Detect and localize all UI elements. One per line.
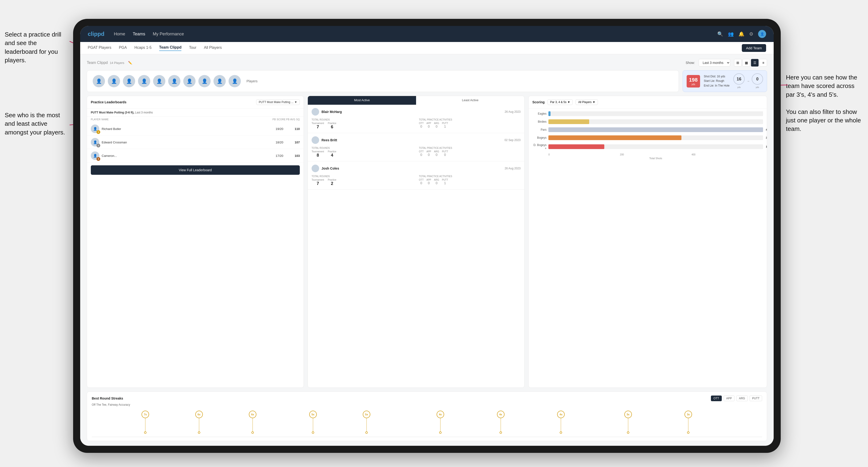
- tab-least-active[interactable]: Least Active: [416, 96, 524, 105]
- edit-icon[interactable]: ✏️: [128, 61, 132, 65]
- bell-icon[interactable]: 🔔: [739, 31, 744, 37]
- subnav-hcaps[interactable]: Hcaps 1-5: [134, 45, 152, 51]
- bar-label: Bogeys: [532, 136, 547, 139]
- player-avatar-7[interactable]: 👤: [183, 75, 195, 87]
- streak-filter-putt[interactable]: PUTT: [750, 396, 762, 401]
- bar-label: Birdies: [532, 120, 547, 123]
- player-avatar-3[interactable]: 👤: [123, 75, 135, 87]
- bar-fill: [549, 119, 589, 124]
- tournament-value: 7: [312, 125, 324, 129]
- subnav-all-players[interactable]: All Players: [204, 45, 222, 51]
- pa-date: 26 Aug 2023: [505, 110, 521, 114]
- activity-card: Most Active Least Active Blair McHarg 26…: [308, 96, 525, 388]
- arg-value: 0: [434, 181, 439, 185]
- search-icon[interactable]: 🔍: [717, 31, 723, 37]
- player-avatar-1[interactable]: 👤: [93, 75, 105, 87]
- nav-icons: 🔍 👥 🔔 ⚙ 👤: [717, 30, 766, 38]
- player-avatar-10[interactable]: 👤: [228, 75, 241, 87]
- par-filter-dropdown[interactable]: Par 3, 4 & 5s ▼: [548, 99, 573, 105]
- practice-label: Practice: [328, 179, 336, 181]
- practice-value: 4: [328, 153, 336, 158]
- arg-label: ARG: [434, 179, 439, 181]
- leaderboard-cols: PLAYER NAME PB SCORE PB AVG SQ: [87, 117, 304, 122]
- arg-value: 0: [434, 125, 439, 128]
- shot-info-card: 198 yds Shot Dist: 16 yds Start Lie: Rou…: [683, 70, 767, 92]
- player-avatar-6[interactable]: 👤: [168, 75, 181, 87]
- ott-label: OTT: [419, 122, 424, 125]
- bar-fill: [549, 127, 763, 132]
- lb-badge: 3: [96, 157, 100, 161]
- settings-icon[interactable]: ⚙: [749, 31, 753, 37]
- show-dropdown[interactable]: Last 3 months: [699, 59, 730, 66]
- user-avatar[interactable]: 👤: [758, 30, 766, 38]
- tab-most-active[interactable]: Most Active: [308, 96, 416, 105]
- player-avatar-5[interactable]: 👤: [153, 75, 165, 87]
- view-list[interactable]: ≡: [760, 59, 767, 66]
- bar-fill: [549, 135, 681, 140]
- three-col-section: Practice Leaderboards PUTT Must Make Put…: [87, 96, 767, 388]
- pa-tournament-stat: Tournament 8: [312, 150, 324, 158]
- putt-label: PUTT: [442, 150, 448, 153]
- nav-item-home[interactable]: Home: [114, 32, 125, 36]
- leaderboard-title: Practice Leaderboards: [91, 100, 126, 104]
- player-avatar-2[interactable]: 👤: [108, 75, 120, 87]
- putt-label: PUTT: [442, 122, 448, 125]
- arg-stat: ARG 0: [434, 179, 439, 185]
- streak-badge: 3x: [684, 411, 692, 418]
- player-activity-item: Josh Coles 26 Aug 2023 Total Rounds Tour…: [308, 161, 524, 190]
- ott-value: 0: [419, 125, 424, 128]
- view-full-leaderboard-button[interactable]: View Full Leaderboard: [91, 165, 300, 175]
- subnav-pga[interactable]: PGA: [119, 45, 127, 51]
- putt-value: 0: [442, 153, 448, 157]
- annotation-bottom-left: See who is the most and least active amo…: [5, 111, 71, 136]
- drill-dropdown[interactable]: PUTT Must Make Putting ... ▼: [256, 99, 300, 105]
- bar-track: 311: [549, 135, 763, 140]
- player-activity-item: Blair McHarg 26 Aug 2023 Total Rounds To…: [308, 105, 524, 133]
- subnav-team-clippd[interactable]: Team Clippd: [159, 45, 182, 51]
- streak-dot: [627, 431, 629, 434]
- total-rounds-label: Total Rounds: [312, 147, 413, 149]
- ott-stat: OTT 0: [419, 122, 424, 128]
- add-team-button[interactable]: Add Team: [742, 44, 766, 52]
- pa-tournament-stat: Tournament 7: [312, 179, 324, 186]
- subnav-tour[interactable]: Tour: [189, 45, 196, 51]
- people-icon[interactable]: 👥: [728, 31, 734, 37]
- player-avatar-4[interactable]: 👤: [138, 75, 150, 87]
- team-title: Team Clippd 14 Players: [87, 61, 124, 65]
- top-nav: clippd Home Teams My Performance 🔍 👥 🔔 ⚙…: [80, 26, 774, 42]
- show-label: Show:: [686, 61, 695, 65]
- lb-score: 17/20: [269, 154, 283, 158]
- streak-filter-app[interactable]: APP: [724, 396, 735, 401]
- ott-stat: OTT 0: [419, 179, 424, 185]
- pa-stat-values: Tournament 7 Practice 6: [312, 122, 413, 129]
- pa-practice-stat: Practice 6: [328, 122, 336, 129]
- nav-item-teams[interactable]: Teams: [133, 32, 145, 36]
- players-row: 👤 👤 👤 👤 👤 👤 👤 👤 👤 👤 Players: [87, 70, 679, 92]
- scoring-bar-row: D. Bogeys + 131: [532, 144, 763, 150]
- x-label: 400: [691, 153, 763, 156]
- players-filter-dropdown[interactable]: All Players ▼: [576, 99, 598, 105]
- practice-label: Practice: [328, 122, 336, 125]
- practice-value: 2: [328, 181, 336, 186]
- bar-track: 131: [549, 144, 763, 149]
- ott-label: OTT: [419, 150, 424, 153]
- practice-leaderboard-card: Practice Leaderboards PUTT Must Make Put…: [87, 96, 304, 388]
- view-grid1[interactable]: ☰: [751, 59, 758, 66]
- player-avatar-8[interactable]: 👤: [198, 75, 211, 87]
- subnav-pgat[interactable]: PGAT Players: [88, 45, 111, 51]
- pa-avatar: [312, 136, 319, 144]
- streak-filter-ott[interactable]: OTT: [711, 396, 722, 401]
- pa-stats: Total Rounds Tournament 7 Practice 6 Tot…: [312, 118, 521, 129]
- nav-item-performance[interactable]: My Performance: [153, 32, 184, 36]
- bar-track: 3: [549, 111, 763, 116]
- view-grid3[interactable]: ⊞: [734, 59, 742, 66]
- streak-badge: 5x: [309, 411, 317, 418]
- player-avatar-9[interactable]: 👤: [214, 75, 226, 87]
- leaderboard-rows: 👤 1 Richard Butler 19/20 110 👤 2 Edward …: [87, 122, 304, 162]
- view-grid2[interactable]: ▦: [743, 59, 750, 66]
- streak-filter-arg[interactable]: ARG: [736, 396, 748, 401]
- pa-avatar: [312, 108, 319, 116]
- pa-avatar: [312, 165, 319, 172]
- arg-label: ARG: [434, 150, 439, 153]
- view-icons: ⊞ ▦ ☰ ≡: [734, 59, 767, 66]
